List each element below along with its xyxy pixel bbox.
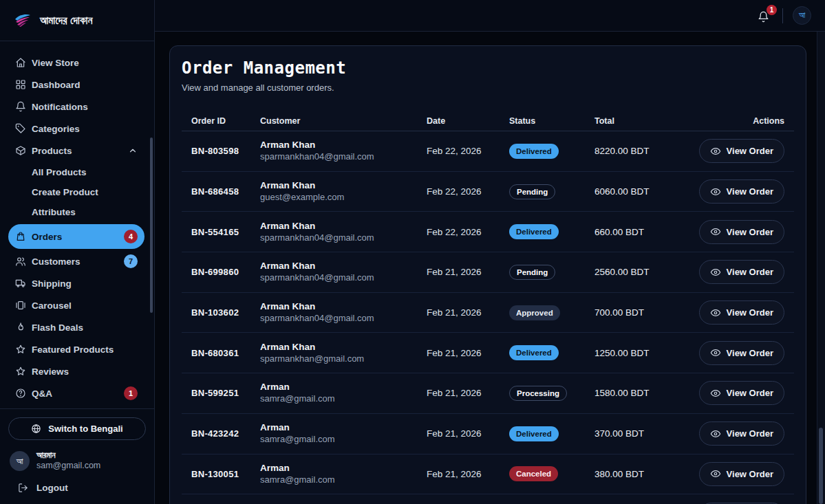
header-actions: Actions xyxy=(698,116,794,126)
sidebar-scrollbar[interactable] xyxy=(150,138,153,313)
status-badge: Processing xyxy=(509,386,567,401)
topbar-avatar[interactable]: আ xyxy=(793,6,811,25)
page-scrollbar-thumb[interactable] xyxy=(819,428,823,504)
customer-email: samra@gmail.com xyxy=(260,474,427,485)
page-scrollbar-track[interactable] xyxy=(817,32,825,504)
view-order-button[interactable]: View Order xyxy=(699,421,784,446)
customer-name: Arman xyxy=(260,382,427,393)
view-order-label: View Order xyxy=(727,307,773,318)
eye-icon xyxy=(710,307,721,318)
view-order-label: View Order xyxy=(727,388,773,398)
sidebar-footer: Switch to Bengali আ আরমান sam@gmail.com … xyxy=(0,408,154,504)
table-row: BN-680361Arman Khansparmankhan@gmail.com… xyxy=(182,333,794,373)
view-order-button[interactable]: View Order xyxy=(699,179,784,204)
sidebar-item-label: Flash Deals xyxy=(32,322,83,333)
order-id: BN-599251 xyxy=(182,388,260,398)
sidebar-item-q-a[interactable]: Q&A1 xyxy=(8,383,144,404)
brand: আমাদের দোকান xyxy=(0,0,154,41)
view-order-button[interactable]: View Order xyxy=(699,300,784,325)
sidebar-item-carousel[interactable]: Carousel xyxy=(8,295,144,316)
sidebar-item-products[interactable]: Products xyxy=(8,140,144,161)
bag-icon xyxy=(15,231,26,242)
status-badge: Delivered xyxy=(509,144,559,159)
sidebar-item-flash-deals[interactable]: Flash Deals xyxy=(8,317,144,338)
switch-language-button[interactable]: Switch to Bengali xyxy=(8,417,146,440)
sidebar-item-reviews[interactable]: Reviews xyxy=(8,361,144,382)
table-row: BN-423242Armansamra@gmail.comFeb 21, 202… xyxy=(182,414,794,454)
status-badge: Approved xyxy=(509,305,560,320)
notification-count-badge: 1 xyxy=(767,5,777,15)
brand-logo-icon xyxy=(14,13,32,28)
order-id: BN-554165 xyxy=(182,227,260,237)
order-date: Feb 22, 2026 xyxy=(427,146,509,156)
view-order-button[interactable]: View Order xyxy=(699,139,784,163)
view-order-button[interactable]: View Order xyxy=(699,381,784,405)
customer-name: Arman Khan xyxy=(260,180,427,192)
topbar: 1 আ xyxy=(155,0,825,32)
sidebar-item-label: Featured Products xyxy=(32,344,114,355)
table-body: BN-803598Arman Khansparmankhan04@gmail.c… xyxy=(182,131,794,504)
sidebar-item-notifications[interactable]: Notifications xyxy=(8,96,144,117)
customer-name: Arman xyxy=(260,463,427,474)
sidebar-item-label: Q&A xyxy=(32,388,52,399)
status-badge: Delivered xyxy=(509,345,559,360)
page-subtitle: View and manage all customer orders. xyxy=(182,83,794,93)
sidebar-item-label: Shipping xyxy=(32,278,72,289)
order-id: BN-686458 xyxy=(182,186,260,197)
flame-icon xyxy=(15,322,26,333)
sidebar-subitem-label: Create Product xyxy=(32,187,98,197)
view-order-button[interactable]: View Order xyxy=(699,341,784,365)
eye-icon xyxy=(710,186,721,197)
view-order-button[interactable]: View Order xyxy=(699,260,784,284)
table-row: BN-554165Arman Khansparmankhan04@gmail.c… xyxy=(182,212,794,252)
view-order-button[interactable]: View Order xyxy=(699,220,784,244)
home-icon xyxy=(15,57,26,68)
sidebar-item-label: View Store xyxy=(32,58,79,68)
view-order-label: View Order xyxy=(727,469,773,479)
sidebar-item-featured-products[interactable]: Featured Products xyxy=(8,339,144,360)
header-order-id: Order ID xyxy=(182,116,260,126)
table-row: BN-686458Arman Khanguest@example.comFeb … xyxy=(182,172,794,212)
customer-email: sparmankhan04@gmail.com xyxy=(260,272,427,283)
header-customer: Customer xyxy=(260,116,427,126)
user-row[interactable]: আ আরমান sam@gmail.com xyxy=(10,450,144,472)
sidebar-item-customers[interactable]: Customers7 xyxy=(8,251,144,272)
order-date: Feb 21, 2026 xyxy=(427,469,509,479)
sidebar-subitem-attributes[interactable]: Attributes xyxy=(8,202,144,222)
logout-button[interactable]: Logout xyxy=(10,483,144,493)
customer-email: samra@gmail.com xyxy=(260,393,427,404)
status-badge: Delivered xyxy=(509,224,559,239)
logout-label: Logout xyxy=(36,483,68,493)
customer-email: samra@gmail.com xyxy=(260,434,427,445)
tags-icon xyxy=(15,123,26,134)
grid-icon xyxy=(15,79,26,90)
truck-icon xyxy=(15,278,26,289)
header-total: Total xyxy=(594,116,698,126)
sidebar-item-categories[interactable]: Categories xyxy=(8,118,144,139)
orders-table: Order ID Customer Date Status Total Acti… xyxy=(182,111,794,504)
order-management-card: Order Management View and manage all cus… xyxy=(169,45,806,504)
sidebar-subitem-all-products[interactable]: All Products xyxy=(8,162,144,182)
sidebar-item-label: Reviews xyxy=(32,366,69,377)
sidebar-item-dashboard[interactable]: Dashboard xyxy=(8,74,144,95)
view-order-button[interactable]: View Order xyxy=(699,462,784,486)
order-total: 2560.00 BDT xyxy=(594,267,698,277)
order-total: 370.00 BDT xyxy=(594,428,698,439)
notifications-bell-icon[interactable]: 1 xyxy=(758,8,773,24)
sidebar-subitem-create-product[interactable]: Create Product xyxy=(8,182,144,202)
order-date: Feb 21, 2026 xyxy=(427,307,509,318)
sidebar-item-label: Notifications xyxy=(32,102,88,112)
order-date: Feb 21, 2026 xyxy=(427,428,509,439)
star-icon xyxy=(15,366,26,377)
sidebar-item-view-store[interactable]: View Store xyxy=(8,52,144,73)
sidebar-item-shipping[interactable]: Shipping xyxy=(8,273,144,294)
customer-name: Arman Khan xyxy=(260,221,427,232)
package-icon xyxy=(15,145,26,156)
sidebar-item-label: Categories xyxy=(32,124,80,134)
sidebar-subitem-label: Attributes xyxy=(32,207,76,217)
sidebar-item-orders[interactable]: Orders4 xyxy=(8,224,144,249)
customer-email: sparmankhan04@gmail.com xyxy=(260,313,427,324)
brand-name: আমাদের দোকান xyxy=(40,14,93,27)
gallery-icon xyxy=(15,300,26,311)
sidebar: আমাদের দোকান View StoreDashboardNotifica… xyxy=(0,0,155,504)
